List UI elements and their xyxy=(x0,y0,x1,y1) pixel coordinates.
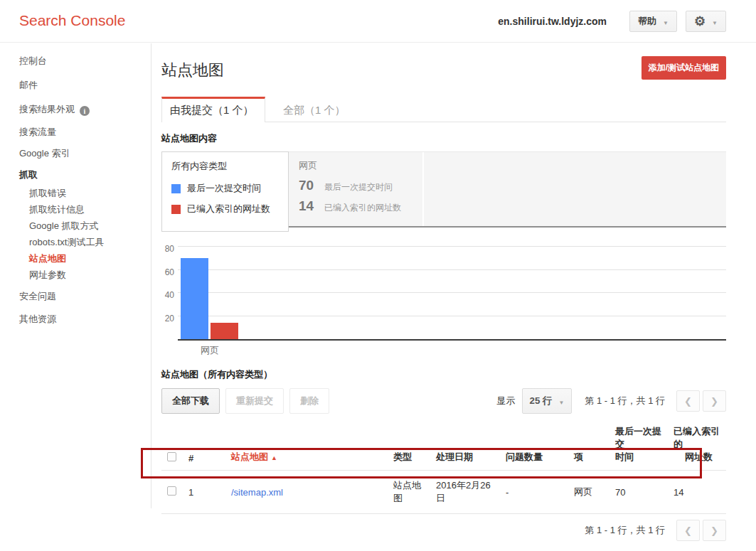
info-icon[interactable] xyxy=(80,106,90,116)
delete-button[interactable]: 删除 xyxy=(289,388,329,414)
prev-page-button[interactable] xyxy=(676,390,700,412)
legend-item-indexed: 已编入索引的网址数 xyxy=(171,203,288,215)
row-checkbox[interactable] xyxy=(167,486,176,496)
chart-plot xyxy=(178,248,726,341)
sidebar-item-robots-tester[interactable]: robots.txt测试工具 xyxy=(0,234,151,250)
table-heading: 站点地图（所有内容类型） xyxy=(161,368,726,381)
chart-y-tick: 40 xyxy=(161,290,174,300)
next-page-button[interactable] xyxy=(703,390,726,412)
help-button[interactable]: 帮助 xyxy=(629,11,677,32)
sidebar-item-other-resources[interactable]: 其他资源 xyxy=(0,307,151,331)
resubmit-button[interactable]: 重新提交 xyxy=(225,388,284,414)
sidebar: 控制台 邮件 搜索结果外观 搜索流量 Google 索引 抓取 抓取错误 抓取统… xyxy=(0,43,151,508)
cell-date: 2016年2月26日 xyxy=(430,471,500,514)
cell-num: 1 xyxy=(183,471,225,514)
chevron-down-icon xyxy=(663,16,669,27)
col-header-date: 处理日期 xyxy=(430,422,500,471)
add-test-sitemap-button[interactable]: 添加/测试站点地图 xyxy=(641,56,726,80)
cell-indexed: 14 xyxy=(668,471,726,514)
settings-button[interactable] xyxy=(686,11,726,32)
sidebar-item-search-traffic[interactable]: 搜索流量 xyxy=(0,122,151,143)
table-header-row: # 站点地图 类型 处理日期 问题数量 项 最后一次提交 时间 已编入索引的 网… xyxy=(161,422,726,471)
sidebar-item-security-issues[interactable]: 安全问题 xyxy=(0,286,151,307)
sidebar-item-google-index[interactable]: Google 索引 xyxy=(0,143,151,164)
web-pages-label: 网页 xyxy=(299,159,422,172)
submitted-count: 70 xyxy=(299,178,324,193)
chart-bar-submitted xyxy=(181,258,208,339)
col-header-type: 类型 xyxy=(388,422,430,471)
next-page-button[interactable] xyxy=(703,520,726,541)
empty-stats-cell[interactable] xyxy=(424,152,726,226)
legend-swatch-indexed xyxy=(171,205,181,214)
col-header-issues: 问题数量 xyxy=(500,422,568,471)
chart-gridline xyxy=(178,246,726,247)
col-header-submitted: 最后一次提交 时间 xyxy=(609,422,668,471)
col-header-line: 网址数 xyxy=(674,451,720,464)
cell-items: 网页 xyxy=(568,471,609,514)
sitemap-content-heading: 站点地图内容 xyxy=(161,132,726,145)
page-title: 站点地图 xyxy=(161,56,224,81)
gear-icon xyxy=(694,15,706,28)
row-range-text: 第 1 - 1 行，共 1 行 xyxy=(585,395,665,407)
col-header-label: 站点地图 xyxy=(231,451,268,462)
tab-submitted-by-me[interactable]: 由我提交（1 个） xyxy=(161,97,265,122)
col-header-line: 已编入索引的 xyxy=(674,425,720,451)
sidebar-item-dashboard[interactable]: 控制台 xyxy=(0,49,151,73)
tab-all[interactable]: 全部（1 个） xyxy=(283,99,346,122)
sidebar-item-url-parameters[interactable]: 网址参数 xyxy=(0,267,151,283)
all-content-types-card[interactable]: 所有内容类型 最后一次提交时间 已编入索引的网址数 xyxy=(161,151,289,232)
col-header-sitemap[interactable]: 站点地图 xyxy=(225,422,388,471)
download-all-button[interactable]: 全部下载 xyxy=(161,388,220,414)
tab-bar: 由我提交（1 个） 全部（1 个） xyxy=(161,97,726,122)
chart-y-tick: 60 xyxy=(161,267,174,277)
content-type-stats: 网页 70 最后一次提交时间 14 已编入索引的网址数 xyxy=(288,151,726,228)
main-content: 站点地图 添加/测试站点地图 由我提交（1 个） 全部（1 个） 站点地图内容 … xyxy=(161,43,726,541)
pager-top: 显示 25 行 第 1 - 1 行，共 1 行 xyxy=(497,388,726,414)
chart-gridline xyxy=(178,269,726,270)
legend-label: 最后一次提交时间 xyxy=(187,182,261,195)
chart-gridline xyxy=(178,292,726,293)
cell-issues: - xyxy=(500,471,568,514)
sidebar-item-search-appearance[interactable]: 搜索结果外观 xyxy=(0,97,151,122)
show-label: 显示 xyxy=(497,395,516,407)
submitted-count-label: 最后一次提交时间 xyxy=(324,181,393,193)
sitemaps-table-wrap: # 站点地图 类型 处理日期 问题数量 项 最后一次提交 时间 已编入索引的 网… xyxy=(161,422,726,514)
table-row: 1 /sitemap.xml 站点地图 2016年2月26日 - 网页 70 1… xyxy=(161,471,726,514)
legend-item-submitted: 最后一次提交时间 xyxy=(171,182,288,195)
cell-submitted: 70 xyxy=(609,471,668,514)
app-header: Search Console en.shilirui.tw.ldyjz.com … xyxy=(0,0,756,43)
rows-per-page-select[interactable]: 25 行 xyxy=(522,388,573,414)
sidebar-item-crawl[interactable]: 抓取 xyxy=(0,164,151,185)
sitemap-link[interactable]: /sitemap.xml xyxy=(231,487,283,498)
chart-y-tick: 20 xyxy=(161,314,174,323)
web-pages-card[interactable]: 网页 70 最后一次提交时间 14 已编入索引的网址数 xyxy=(288,152,424,226)
help-label: 帮助 xyxy=(638,15,656,28)
chart-bar-indexed xyxy=(211,323,238,339)
col-header-num: # xyxy=(183,422,225,471)
sidebar-item-crawl-stats[interactable]: 抓取统计信息 xyxy=(0,201,151,218)
chart-gridline xyxy=(178,316,726,316)
cell-type: 站点地图 xyxy=(388,471,430,514)
sitemap-bar-chart: 网页 20406080 xyxy=(161,243,726,357)
chart-x-label: 网页 xyxy=(201,344,219,357)
property-domain: en.shilirui.tw.ldyjz.com xyxy=(498,16,607,27)
sidebar-item-sitemaps[interactable]: 站点地图 xyxy=(0,250,151,267)
header-right: en.shilirui.tw.ldyjz.com 帮助 xyxy=(498,11,726,32)
prev-page-button[interactable] xyxy=(676,520,700,541)
sidebar-item-crawl-errors[interactable]: 抓取错误 xyxy=(0,185,151,201)
sitemaps-table: # 站点地图 类型 处理日期 问题数量 项 最后一次提交 时间 已编入索引的 网… xyxy=(161,422,726,514)
content-type-panel: 所有内容类型 最后一次提交时间 已编入索引的网址数 网页 70 最后一次提交时间… xyxy=(161,151,726,232)
sidebar-item-fetch-as-google[interactable]: Google 抓取方式 xyxy=(0,218,151,234)
all-content-types-label: 所有内容类型 xyxy=(171,160,288,173)
col-header-items: 项 xyxy=(568,422,609,471)
select-all-checkbox[interactable] xyxy=(167,452,176,461)
row-range-text: 第 1 - 1 行，共 1 行 xyxy=(585,524,665,537)
col-header-line: 时间 xyxy=(615,451,662,464)
legend-label: 已编入索引的网址数 xyxy=(187,203,270,215)
legend-swatch-submitted xyxy=(171,184,181,193)
pager-bottom: 第 1 - 1 行，共 1 行 xyxy=(161,520,726,541)
app-logo[interactable]: Search Console xyxy=(19,12,125,29)
chart-y-tick: 80 xyxy=(161,244,174,254)
sidebar-item-messages[interactable]: 邮件 xyxy=(0,73,151,97)
indexed-count-label: 已编入索引的网址数 xyxy=(324,202,401,214)
